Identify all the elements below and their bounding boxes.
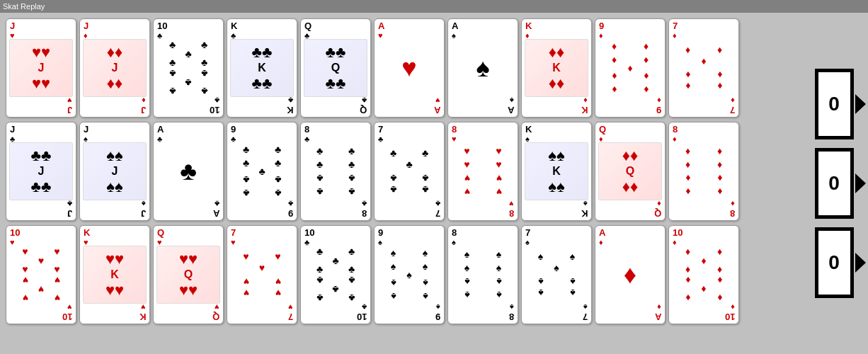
card-rank-bottomright: 10 [725,312,735,321]
title-bar: Skat Replay [0,0,868,13]
card-rank-topleft: J [10,21,15,30]
card-center: ♠♠♠♠♠♠♠ [525,246,588,304]
card-rank-topleft: Q [157,228,164,237]
card-suit-topleft: ♣ [157,135,162,143]
card-suit-bottomright: ♣ [362,200,367,207]
card-suit-bottomright: ♥ [509,200,514,207]
card-rank-bottomright: 8 [730,209,735,218]
card-center: ♥♥J♥♥ [9,39,73,97]
card-suit-bottomright: ♥ [215,303,219,311]
card-rank-topleft: 7 [231,228,236,237]
card-center: ♦♦♦♦♦♦♦♦ [672,142,736,200]
card-rank-topleft: 9 [599,21,604,30]
card-rank-topleft: K [84,228,90,237]
card-rank-topleft: 7 [525,228,530,237]
card-rank-bottomright: 10 [210,105,219,115]
card-suit-bottomright: ♠ [142,200,146,207]
score-value: 0 [828,93,840,115]
card-suit-bottomright: ♠ [583,303,588,311]
card-center: ♦ [624,260,636,290]
playing-card: J♥J♥♥♥J♥♥ [6,18,76,118]
score-arrow-2 [855,253,866,273]
card-rank-topleft: 10 [673,228,683,237]
main-area: J♥J♥♥♥J♥♥J♦J♦♦♦J♦♦10♣10♣♣♣♣♣♣♣♣♣♣♣K♣K♣♣♣… [0,13,868,354]
card-rank-bottomright: 8 [509,312,514,321]
card-rank-topleft: A [157,125,164,134]
score-digit-0: 0 [815,69,854,139]
card-rank-bottomright: 9 [288,209,293,218]
card-suit-topleft: ♥ [378,32,383,40]
card-center: ♦♦♦♦♦♦♦♦♦♦ [672,246,736,304]
playing-card: K♠K♠♠♠K♠♠ [521,122,592,221]
card-rank-topleft: K [231,21,237,30]
card-suit-bottomright: ♦ [731,303,735,311]
card-center: ♣♣♣♣♣♣♣♣ [304,142,367,200]
card-center: ♦♦♦♦♦♦♦♦♦ [598,39,662,97]
card-suit-bottomright: ♦ [731,200,735,207]
playing-card: 8♥8♥♥♥♥♥♥♥♥♥ [447,122,518,221]
card-rank-topleft: 9 [231,125,236,134]
playing-card: K♣K♣♣♣K♣♣ [227,18,297,118]
card-suit-bottomright: ♠ [583,200,588,207]
card-suit-bottomright: ♣ [215,200,219,207]
score-panel: 000 [806,18,862,348]
card-rank-topleft: 10 [304,228,314,237]
card-suit-bottomright: ♥ [435,96,440,104]
card-suit-bottomright: ♣ [362,303,367,311]
card-suit-bottomright: ♣ [362,96,367,104]
card-rank-bottomright: K [581,209,588,218]
card-center: ♣♣K♣♣ [230,39,294,97]
card-center: ♥♥K♥♥ [83,246,147,304]
score-value: 0 [828,172,840,195]
card-suit-bottomright: ♣ [435,200,440,207]
card-suit-bottomright: ♥ [141,303,146,311]
card-center: ♣♣♣♣♣♣♣♣♣ [230,142,294,200]
card-suit-bottomright: ♣ [215,96,219,104]
card-rank-topleft: 8 [452,228,457,237]
playing-card: A♦A♦♦ [595,225,666,324]
card-rank-topleft: K [525,21,532,30]
card-row-0: J♥J♥♥♥J♥♥J♦J♦♦♦J♦♦10♣10♣♣♣♣♣♣♣♣♣♣♣K♣K♣♣♣… [6,18,800,118]
card-center: ♣♣♣♣♣♣♣♣♣♣ [156,39,220,97]
score-arrow-0 [855,94,866,114]
playing-card: 10♥10♥♥♥♥♥♥♥♥♥♥♥ [6,225,76,324]
card-rank-topleft: J [84,21,88,30]
card-center: ♦♦K♦♦ [525,39,588,97]
card-rank-bottomright: Q [654,209,661,218]
card-center: ♣ [180,156,197,186]
card-row-2: 10♥10♥♥♥♥♥♥♥♥♥♥♥K♥K♥♥♥K♥♥Q♥Q♥♥♥Q♥♥7♥7♥♥♥… [6,225,800,324]
card-rank-bottomright: 10 [357,312,367,321]
card-rank-bottomright: K [287,105,293,115]
card-rank-bottomright: 8 [362,209,367,218]
card-rank-bottomright: 7 [730,105,735,115]
card-rank-bottomright: 9 [435,312,440,321]
card-rank-topleft: 7 [378,125,383,134]
card-suit-bottomright: ♥ [67,303,72,311]
card-rank-topleft: K [525,125,532,134]
card-rank-topleft: 9 [378,228,383,237]
card-rank-topleft: 10 [10,228,20,237]
card-suit-bottomright: ♦ [657,96,661,104]
playing-card: 9♦9♦♦♦♦♦♦♦♦♦♦ [595,18,666,118]
playing-card: 8♣8♣♣♣♣♣♣♣♣♣ [300,122,371,221]
card-center: ♠♠♠♠♠♠♠♠♠ [377,246,441,304]
score-value: 0 [828,251,840,274]
card-suit-bottomright: ♦ [657,200,661,207]
playing-card: J♣J♣♣♣J♣♣ [6,122,76,221]
card-suit-bottomright: ♥ [288,303,293,311]
playing-card: 10♦10♦♦♦♦♦♦♦♦♦♦♦ [668,225,739,324]
card-center: ♥ [401,53,416,83]
card-rank-topleft: J [84,125,88,134]
card-suit-bottomright: ♦ [583,96,588,104]
card-rank-topleft: 8 [673,125,678,134]
playing-card: K♥K♥♥♥K♥♥ [79,225,150,324]
card-rank-bottomright: A [213,209,219,218]
card-suit-bottomright: ♣ [288,200,293,207]
card-center: ♣♣♣♣♣♣♣ [377,142,441,200]
card-rank-bottomright: J [67,209,72,218]
card-suit-topleft: ♦ [599,239,603,246]
card-suit-bottomright: ♦ [142,96,146,104]
playing-card: 7♦7♦♦♦♦♦♦♦♦ [668,18,739,118]
card-rank-bottomright: J [141,209,146,218]
card-center: ♦♦J♦♦ [83,39,147,97]
